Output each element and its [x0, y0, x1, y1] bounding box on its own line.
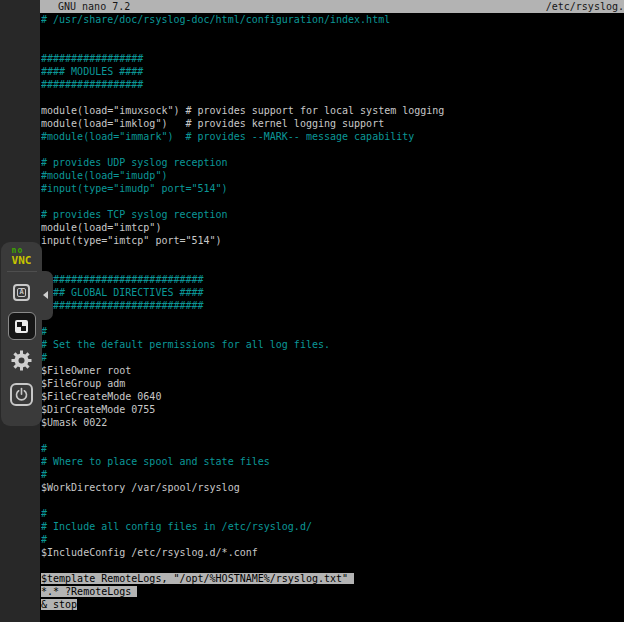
- editor-line: # Set the default permissions for all lo…: [41, 338, 624, 351]
- editor-line: #input(type="imudp" port="514"): [41, 182, 624, 195]
- editor-line: $FileOwner root: [41, 364, 624, 377]
- editor-line: #module(load="immark") # provides --MARK…: [41, 130, 624, 143]
- disconnect-button[interactable]: [10, 383, 33, 406]
- editor-line: #: [41, 442, 624, 455]
- editor-line: #################: [41, 52, 624, 65]
- gear-icon: [11, 350, 32, 371]
- editor-line: $FileGroup adm: [41, 377, 624, 390]
- editor-line: $WorkDirectory /var/spool/rsyslog: [41, 481, 624, 494]
- power-icon: [14, 387, 29, 402]
- fullscreen-button[interactable]: [8, 312, 36, 340]
- editor-line: input(type="imtcp" port="514"): [41, 234, 624, 247]
- editor-line: #: [41, 507, 624, 520]
- nano-version-label: GNU nano 7.2: [40, 0, 130, 13]
- collapse-left-arrow-icon: [43, 291, 48, 299]
- editor-line: module(load="imklog") # provides kernel …: [41, 117, 624, 130]
- editor-line: module(load="imtcp"): [41, 221, 624, 234]
- editor-line: #: [41, 325, 624, 338]
- editor-line: #### GLOBAL DIRECTIVES ####: [41, 286, 624, 299]
- editor-line: $FileCreateMode 0640: [41, 390, 624, 403]
- editor-line: ###########################: [41, 273, 624, 286]
- editor-line: *.* ?RemoteLogs: [41, 585, 624, 598]
- editor-line: [41, 429, 624, 442]
- editor-line: #### MODULES ####: [41, 65, 624, 78]
- vnc-controlbar: no VNC A: [1, 242, 42, 426]
- editor-line: [41, 494, 624, 507]
- editor-line: [41, 143, 624, 156]
- editor-line: # Include all config files in /etc/rsysl…: [41, 520, 624, 533]
- editor-line: [41, 247, 624, 260]
- editor-line: module(load="imuxsock") # provides suppo…: [41, 104, 624, 117]
- nano-titlebar: GNU nano 7.2 /etc/rsyslog.: [40, 0, 624, 13]
- settings-button[interactable]: [8, 346, 36, 374]
- editor-line: [41, 91, 624, 104]
- editor-line: # provides TCP syslog reception: [41, 208, 624, 221]
- nano-filename-label: /etc/rsyslog.: [546, 0, 624, 13]
- editor-line: [41, 39, 624, 52]
- editor-line: # Where to place spool and state files: [41, 455, 624, 468]
- novnc-logo-bottom: VNC: [12, 255, 32, 266]
- fullscreen-icon: [15, 320, 28, 333]
- editor-line: #: [41, 468, 624, 481]
- editor-line: # provides UDP syslog reception: [41, 156, 624, 169]
- editor-line: [41, 195, 624, 208]
- editor-line: [41, 312, 624, 325]
- editor-line: #: [41, 351, 624, 364]
- editor-line: #module(load="imudp"): [41, 169, 624, 182]
- editor-line: ###########################: [41, 299, 624, 312]
- terminal-window[interactable]: GNU nano 7.2 /etc/rsyslog. # /usr/share/…: [40, 0, 624, 622]
- extra-keys-button[interactable]: A: [8, 278, 36, 306]
- editor-screen[interactable]: # /usr/share/doc/rsyslog-doc/html/config…: [41, 13, 624, 622]
- editor-line: #: [41, 533, 624, 546]
- panel-divider: [7, 271, 37, 272]
- editor-line: & stop: [41, 598, 624, 611]
- editor-line: # /usr/share/doc/rsyslog-doc/html/config…: [41, 13, 624, 26]
- editor-line: [41, 26, 624, 39]
- editor-line: $DirCreateMode 0755: [41, 403, 624, 416]
- editor-line: [41, 559, 624, 572]
- editor-line: $IncludeConfig /etc/rsyslog.d/*.conf: [41, 546, 624, 559]
- editor-line: #################: [41, 78, 624, 91]
- editor-line: $Umask 0022: [41, 416, 624, 429]
- novnc-logo: no VNC: [12, 247, 32, 266]
- editor-line: [41, 260, 624, 273]
- a-key-icon: A: [13, 284, 30, 301]
- editor-line: $template RemoteLogs, "/opt/%HOSTNAME%/r…: [41, 572, 624, 585]
